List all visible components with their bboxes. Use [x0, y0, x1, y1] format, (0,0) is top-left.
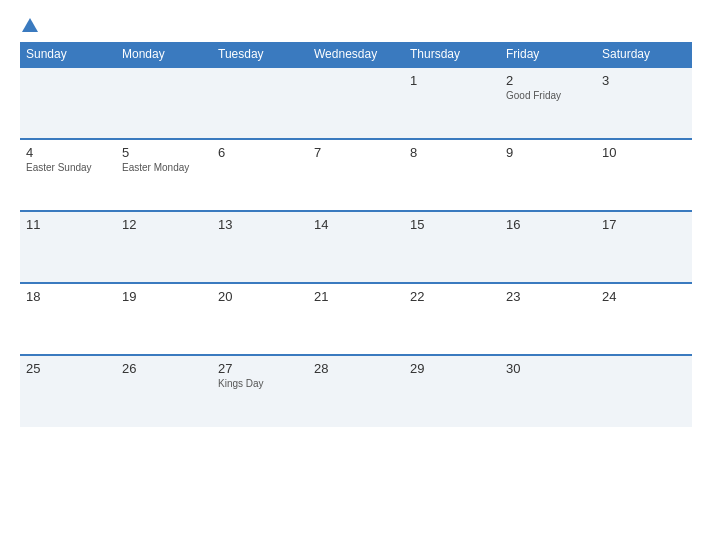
day-number: 30	[506, 361, 590, 376]
day-number: 11	[26, 217, 110, 232]
day-number: 15	[410, 217, 494, 232]
day-cell: 1	[404, 67, 500, 139]
day-number: 28	[314, 361, 398, 376]
day-cell: 23	[500, 283, 596, 355]
day-cell: 9	[500, 139, 596, 211]
day-number: 14	[314, 217, 398, 232]
weekday-header-friday: Friday	[500, 42, 596, 67]
holiday-label: Good Friday	[506, 90, 590, 101]
day-number: 18	[26, 289, 110, 304]
day-number: 23	[506, 289, 590, 304]
logo	[20, 18, 38, 32]
day-number: 7	[314, 145, 398, 160]
day-cell: 2Good Friday	[500, 67, 596, 139]
holiday-label: Easter Sunday	[26, 162, 110, 173]
day-cell: 25	[20, 355, 116, 427]
day-number: 13	[218, 217, 302, 232]
week-row-3: 11121314151617	[20, 211, 692, 283]
day-cell: 29	[404, 355, 500, 427]
holiday-label: Kings Day	[218, 378, 302, 389]
day-cell: 5Easter Monday	[116, 139, 212, 211]
weekday-header-wednesday: Wednesday	[308, 42, 404, 67]
weekday-header-row: SundayMondayTuesdayWednesdayThursdayFrid…	[20, 42, 692, 67]
day-number: 20	[218, 289, 302, 304]
day-number: 26	[122, 361, 206, 376]
calendar-table: SundayMondayTuesdayWednesdayThursdayFrid…	[20, 42, 692, 427]
day-cell: 12	[116, 211, 212, 283]
day-cell: 16	[500, 211, 596, 283]
day-cell: 18	[20, 283, 116, 355]
week-row-4: 18192021222324	[20, 283, 692, 355]
week-row-5: 252627Kings Day282930	[20, 355, 692, 427]
day-number: 12	[122, 217, 206, 232]
header	[20, 18, 692, 32]
day-cell: 6	[212, 139, 308, 211]
day-number: 10	[602, 145, 686, 160]
day-number: 3	[602, 73, 686, 88]
logo-triangle-icon	[22, 18, 38, 32]
day-number: 19	[122, 289, 206, 304]
day-cell: 30	[500, 355, 596, 427]
day-cell: 26	[116, 355, 212, 427]
weekday-header-monday: Monday	[116, 42, 212, 67]
day-number: 9	[506, 145, 590, 160]
week-row-2: 4Easter Sunday5Easter Monday678910	[20, 139, 692, 211]
day-number: 1	[410, 73, 494, 88]
day-cell: 17	[596, 211, 692, 283]
day-number: 29	[410, 361, 494, 376]
day-number: 25	[26, 361, 110, 376]
day-cell: 28	[308, 355, 404, 427]
day-cell	[212, 67, 308, 139]
day-number: 22	[410, 289, 494, 304]
day-number: 4	[26, 145, 110, 160]
day-cell	[20, 67, 116, 139]
day-cell: 20	[212, 283, 308, 355]
day-number: 8	[410, 145, 494, 160]
day-number: 24	[602, 289, 686, 304]
day-cell: 21	[308, 283, 404, 355]
page: SundayMondayTuesdayWednesdayThursdayFrid…	[0, 0, 712, 550]
day-number: 17	[602, 217, 686, 232]
day-cell: 15	[404, 211, 500, 283]
day-cell: 3	[596, 67, 692, 139]
day-number: 2	[506, 73, 590, 88]
day-number: 21	[314, 289, 398, 304]
day-cell: 8	[404, 139, 500, 211]
weekday-header-tuesday: Tuesday	[212, 42, 308, 67]
day-cell	[308, 67, 404, 139]
day-cell: 24	[596, 283, 692, 355]
day-cell: 7	[308, 139, 404, 211]
day-cell: 4Easter Sunday	[20, 139, 116, 211]
day-cell: 13	[212, 211, 308, 283]
day-cell	[596, 355, 692, 427]
weekday-header-thursday: Thursday	[404, 42, 500, 67]
day-number: 5	[122, 145, 206, 160]
day-cell: 19	[116, 283, 212, 355]
weekday-header-saturday: Saturday	[596, 42, 692, 67]
day-cell: 22	[404, 283, 500, 355]
weekday-header-sunday: Sunday	[20, 42, 116, 67]
week-row-1: 12Good Friday3	[20, 67, 692, 139]
day-cell: 10	[596, 139, 692, 211]
day-cell: 11	[20, 211, 116, 283]
day-number: 16	[506, 217, 590, 232]
day-cell: 27Kings Day	[212, 355, 308, 427]
day-number: 27	[218, 361, 302, 376]
day-number: 6	[218, 145, 302, 160]
day-cell	[116, 67, 212, 139]
holiday-label: Easter Monday	[122, 162, 206, 173]
day-cell: 14	[308, 211, 404, 283]
